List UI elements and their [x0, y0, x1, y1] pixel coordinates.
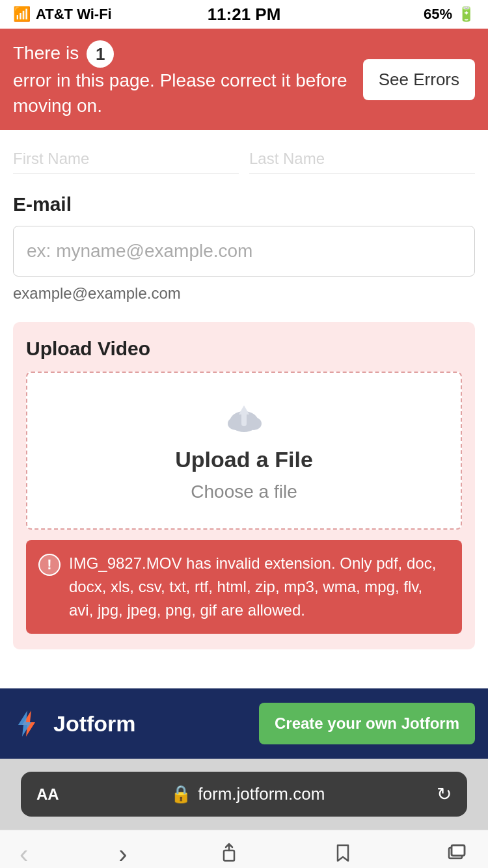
error-post-text: error in this page. Please correct it be… [13, 68, 353, 118]
email-hint: example@example.com [13, 284, 475, 303]
browser-aa-button[interactable]: AA [36, 785, 59, 804]
email-label: E-mail [13, 193, 475, 215]
svg-marker-4 [239, 405, 249, 414]
browser-bar-container: AA 🔒 form.jotform.com ↻ [0, 759, 488, 830]
jotform-logo-icon [13, 708, 44, 739]
back-button[interactable]: ‹ [20, 839, 28, 868]
svg-rect-10 [224, 850, 234, 861]
create-jotform-button[interactable]: Create your own Jotform [259, 703, 475, 744]
upload-subtitle: Choose a file [191, 481, 297, 502]
tabs-icon[interactable] [445, 841, 468, 867]
upload-error-text: IMG_9827.MOV has invalid extension. Only… [69, 552, 450, 622]
carrier-label: AT&T Wi-Fi [36, 6, 112, 23]
battery-icon: 🔋 [457, 6, 475, 23]
status-battery: 65% 🔋 [424, 6, 475, 23]
svg-rect-12 [452, 845, 465, 856]
jotform-brand: Jotform [13, 708, 136, 739]
upload-video-section: Upload Video Upload a File Choose a file… [13, 322, 475, 649]
email-field-section: E-mail example@example.com [13, 193, 475, 303]
battery-label: 65% [424, 6, 452, 23]
lock-icon: 🔒 [170, 784, 191, 804]
svg-text:!: ! [47, 556, 51, 573]
first-name-ghost: First Name [13, 150, 239, 174]
error-banner: There is 1 error in this page. Please co… [0, 29, 488, 130]
form-area: First Name Last Name E-mail example@exam… [0, 130, 488, 688]
name-row-ghost: First Name Last Name [13, 150, 475, 174]
browser-address-bar[interactable]: AA 🔒 form.jotform.com ↻ [21, 772, 467, 817]
upload-title: Upload a File [175, 447, 313, 472]
upload-dropzone[interactable]: Upload a File Choose a file [26, 372, 462, 530]
status-bar: 📶 AT&T Wi-Fi 11:21 PM 65% 🔋 [0, 0, 488, 29]
error-count-badge: 1 [87, 40, 114, 68]
see-errors-button[interactable]: See Errors [363, 59, 475, 100]
status-carrier: 📶 AT&T Wi-Fi [13, 6, 112, 23]
svg-point-2 [246, 417, 262, 430]
forward-button[interactable]: › [118, 839, 127, 868]
email-input[interactable] [13, 226, 475, 277]
share-icon[interactable] [217, 841, 241, 867]
signal-icon: 📶 [13, 6, 31, 23]
error-circle-icon: ! [38, 553, 61, 576]
jotform-footer: Jotform Create your own Jotform [0, 688, 488, 759]
error-pre-text: There is [13, 40, 79, 66]
bottom-navigation: ‹ › [0, 830, 488, 868]
last-name-ghost: Last Name [249, 150, 475, 174]
status-time: 11:21 PM [208, 5, 281, 25]
url-text: form.jotform.com [198, 784, 325, 804]
reload-icon[interactable]: ↻ [437, 783, 452, 805]
error-message-group: There is 1 error in this page. Please co… [13, 40, 353, 118]
bookmarks-icon[interactable] [331, 841, 355, 867]
upload-error-message: ! IMG_9827.MOV has invalid extension. On… [26, 540, 462, 634]
svg-point-1 [228, 417, 243, 430]
browser-url-display: 🔒 form.jotform.com [170, 784, 325, 804]
upload-label: Upload Video [26, 338, 462, 360]
upload-cloud-icon [221, 399, 267, 438]
jotform-brand-name: Jotform [53, 711, 136, 737]
